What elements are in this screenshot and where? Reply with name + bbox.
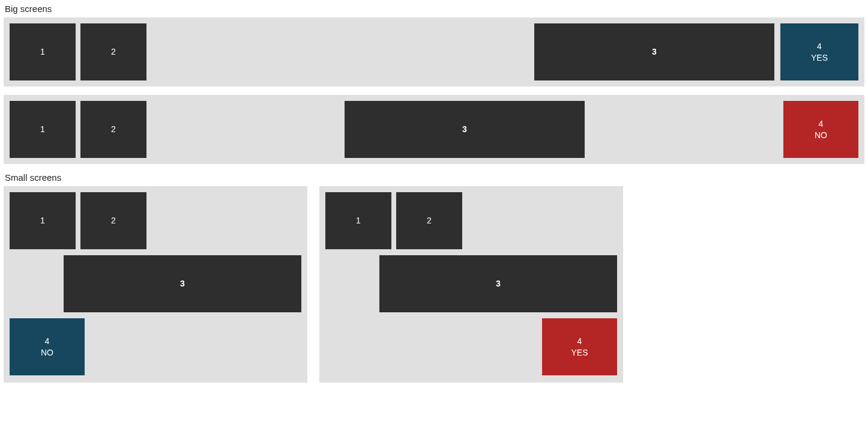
box-2: 2 [80, 192, 146, 249]
box-1: 1 [10, 101, 76, 158]
box-4-number: 4 [819, 118, 824, 130]
box-3: 3 [534, 23, 774, 80]
box-4-yes: 4 YES [542, 318, 617, 375]
box-3: 3 [64, 255, 301, 312]
box-4-word: NO [41, 347, 53, 359]
spacer [325, 255, 379, 312]
box-4-no: 4 NO [783, 101, 858, 158]
box-4-word: YES [571, 347, 588, 359]
box-3: 3 [345, 101, 585, 158]
big-row-1-panel: 1 2 3 4 YES [4, 17, 864, 86]
spacer [10, 255, 64, 312]
box-4-number: 4 [577, 336, 582, 347]
box-1: 1 [10, 192, 76, 249]
big-row-2-panel: 1 2 3 4 NO [4, 95, 864, 164]
box-4-yes: 4 YES [780, 23, 858, 80]
small-panel-a: 1 2 3 4 NO [4, 186, 307, 383]
box-4-number: 4 [817, 41, 822, 52]
box-4-no: 4 NO [10, 318, 85, 375]
small-screens-label: Small screens [5, 172, 864, 183]
small-panel-b: 1 2 3 4 YES [319, 186, 623, 383]
box-2: 2 [80, 23, 146, 80]
box-1: 1 [10, 23, 76, 80]
box-1: 1 [325, 192, 391, 249]
box-4-word: YES [811, 52, 828, 64]
box-2: 2 [396, 192, 462, 249]
box-2: 2 [80, 101, 146, 158]
big-screens-label: Big screens [5, 4, 864, 14]
box-3: 3 [379, 255, 617, 312]
box-4-word: NO [815, 130, 827, 141]
box-4-number: 4 [45, 336, 50, 347]
